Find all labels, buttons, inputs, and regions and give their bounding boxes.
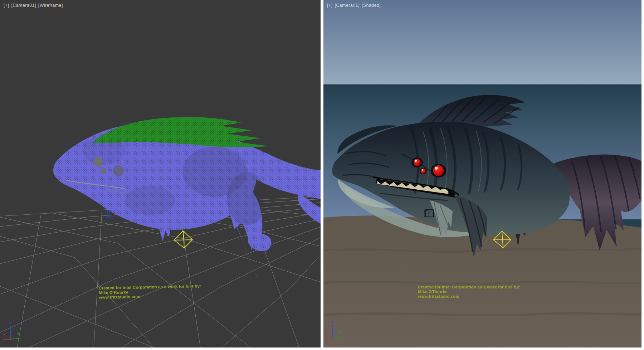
- sky-backdrop: [323, 0, 641, 85]
- wire-eye-spot-small: [101, 168, 106, 174]
- viewport-menu-general[interactable]: [+]: [4, 3, 9, 8]
- axis-label-x: x: [3, 332, 5, 336]
- axis-label-x: x: [325, 331, 327, 335]
- axis-label-z: z: [9, 321, 11, 325]
- axis-label-z: z: [331, 320, 333, 324]
- axis-label-y: y: [339, 330, 341, 334]
- scene-watermark-text: Created for Intel Corporation as a work …: [99, 284, 201, 300]
- fish-model-wireframe[interactable]: [53, 122, 321, 280]
- viewport-menu-shading[interactable]: [Shaded]: [362, 3, 381, 8]
- wire-eye-spot-textured: [113, 165, 124, 176]
- viewport-menu-pov[interactable]: [Camera01]: [335, 3, 359, 8]
- viewport-menu-shading[interactable]: [Wireframe]: [38, 3, 63, 8]
- viewport-menu-pov[interactable]: [Camera01]: [11, 3, 36, 8]
- scene-watermark-text: Created for Intel Corporation as a work …: [418, 285, 520, 299]
- viewport-camera01-wireframe[interactable]: [+] [Camera01] [Wireframe] Created for I…: [0, 0, 321, 347]
- dual-viewport-workspace: [+] [Camera01] [Wireframe] Created for I…: [0, 0, 644, 350]
- bone-octahedron-gizmo[interactable]: [174, 231, 192, 248]
- viewport-camera01-shaded[interactable]: [+] [Camera01] [Shaded] Created for Inte…: [323, 0, 641, 347]
- horizon-line: [323, 84, 641, 86]
- viewport-label-left: [+] [Camera01] [Wireframe]: [4, 3, 63, 8]
- viewport-menu-general[interactable]: [+]: [327, 3, 332, 8]
- axis-label-y: y: [17, 331, 19, 335]
- wire-eye-spot-large: [93, 157, 103, 166]
- viewport-label-right: [+] [Camera01] [Shaded]: [327, 3, 381, 8]
